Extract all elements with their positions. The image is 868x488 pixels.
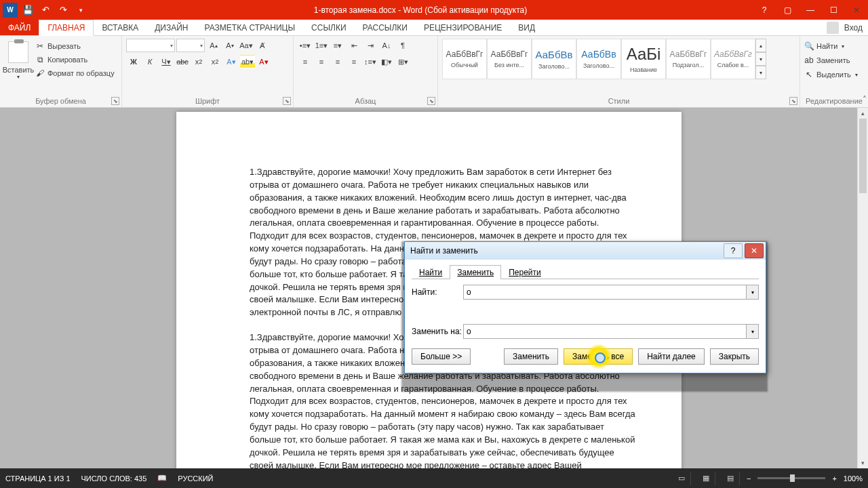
replace-input[interactable] [463, 324, 747, 339]
maximize-icon[interactable]: ☐ [822, 0, 845, 20]
tab-view[interactable]: ВИД [510, 20, 543, 35]
tab-design[interactable]: ДИЗАЙН [146, 20, 196, 35]
paste-button[interactable]: Вставить ▾ [4, 39, 33, 80]
paragraph-launcher-icon[interactable]: ⬊ [427, 97, 435, 105]
collapse-ribbon-icon[interactable]: ˄ [863, 95, 867, 104]
style-no-spacing[interactable]: АаБбВвГгБез инте... [487, 39, 532, 79]
find-next-button[interactable]: Найти далее [638, 348, 705, 365]
select-button[interactable]: ↖Выделить▾ [804, 68, 864, 81]
find-button[interactable]: 🔍Найти▾ [804, 40, 864, 52]
qat-customize-icon[interactable]: ▾ [73, 3, 88, 18]
style-normal[interactable]: АаБбВвГгОбычный [442, 39, 487, 79]
clear-formatting-button[interactable]: A̸ [255, 39, 270, 52]
replace-all-button[interactable]: Заменить все [564, 348, 633, 365]
dialog-tab-replace[interactable]: Заменить [450, 265, 501, 279]
change-case-button[interactable]: Aa▾ [239, 39, 254, 52]
format-painter-button[interactable]: 🖌Формат по образцу [35, 67, 115, 79]
ribbon-options-icon[interactable]: ▢ [776, 0, 799, 20]
scroll-thumb[interactable] [859, 119, 867, 193]
close-icon[interactable]: ✕ [845, 0, 868, 20]
multilevel-button[interactable]: ≡▾ [330, 39, 345, 52]
more-button[interactable]: Больше >> [412, 348, 471, 365]
borders-button[interactable]: ⊞▾ [395, 55, 410, 68]
tab-references[interactable]: ССЫЛКИ [303, 20, 354, 35]
login-link[interactable]: Вход [844, 23, 863, 33]
shrink-font-button[interactable]: A▾ [222, 39, 237, 52]
show-marks-button[interactable]: ¶ [395, 39, 410, 52]
replace-history-dropdown[interactable]: ▾ [747, 324, 759, 339]
find-history-dropdown[interactable]: ▾ [747, 285, 759, 300]
justify-button[interactable]: ≡ [347, 55, 361, 68]
superscript-button[interactable]: x2 [208, 55, 222, 68]
find-input[interactable] [463, 285, 747, 300]
dialog-tab-goto[interactable]: Перейти [501, 265, 549, 279]
status-page[interactable]: СТРАНИЦА 1 ИЗ 1 [5, 474, 71, 483]
save-icon[interactable]: 💾 [20, 3, 35, 18]
grow-font-button[interactable]: A▴ [206, 39, 221, 52]
font-name-combo[interactable]: ▾ [126, 39, 175, 52]
scroll-down-icon[interactable]: ▾ [858, 458, 868, 468]
tab-page-layout[interactable]: РАЗМЕТКА СТРАНИЦЫ [197, 20, 304, 35]
italic-button[interactable]: К [142, 55, 157, 68]
font-color-button[interactable]: A▾ [256, 55, 271, 68]
font-size-combo[interactable]: ▾ [176, 39, 205, 52]
tab-home[interactable]: ГЛАВНАЯ [39, 20, 94, 36]
print-layout-icon[interactable]: ▦ [698, 472, 715, 485]
align-right-button[interactable]: ≡ [330, 55, 345, 68]
zoom-in-button[interactable]: + [832, 474, 836, 483]
align-center-button[interactable]: ≡ [314, 55, 329, 68]
status-proofing-icon[interactable]: 📖 [157, 474, 167, 483]
styles-scroll-up[interactable]: ▴ [755, 39, 766, 52]
numbering-button[interactable]: 1≡▾ [314, 39, 329, 52]
styles-scroll-down[interactable]: ▾ [755, 52, 766, 66]
undo-icon[interactable]: ↶ [38, 3, 53, 18]
subscript-button[interactable]: x2 [191, 55, 206, 68]
tab-mailings[interactable]: РАССЫЛКИ [355, 20, 416, 35]
bold-button[interactable]: Ж [126, 55, 141, 68]
cut-button[interactable]: ✂Вырезать [35, 40, 115, 52]
redo-icon[interactable]: ↷ [56, 3, 71, 18]
style-subtle-emphasis[interactable]: АаБбВвГгСлабое в... [711, 39, 755, 79]
dialog-help-icon[interactable]: ? [724, 243, 743, 258]
status-language[interactable]: РУССКИЙ [178, 474, 213, 483]
help-icon[interactable]: ? [753, 0, 776, 20]
bullets-button[interactable]: •≡▾ [298, 39, 313, 52]
vertical-scrollbar[interactable]: ▴ ▾ [857, 108, 868, 468]
line-spacing-button[interactable]: ↕≡▾ [363, 55, 378, 68]
styles-expand[interactable]: ▾ [755, 66, 766, 79]
text-effects-button[interactable]: A▾ [224, 55, 239, 68]
increase-indent-button[interactable]: ⇥ [363, 39, 378, 52]
shading-button[interactable]: ◧▾ [379, 55, 394, 68]
underline-button[interactable]: Ч▾ [159, 55, 174, 68]
minimize-icon[interactable]: — [799, 0, 822, 20]
dialog-close-icon[interactable]: ✕ [745, 243, 764, 258]
status-words[interactable]: ЧИСЛО СЛОВ: 435 [81, 474, 147, 483]
sort-button[interactable]: A↓ [379, 39, 394, 52]
font-launcher-icon[interactable]: ⬊ [283, 97, 291, 105]
replace-button[interactable]: abЗаменить [804, 54, 864, 66]
copy-button[interactable]: ⧉Копировать [35, 54, 115, 66]
zoom-slider[interactable] [757, 477, 825, 479]
style-title[interactable]: АаБіНазвание [621, 39, 666, 79]
style-subtitle[interactable]: АаБбВвГгПодзагол... [666, 39, 711, 79]
read-mode-icon[interactable]: ▭ [673, 472, 691, 485]
web-layout-icon[interactable]: ▤ [722, 472, 740, 485]
tab-insert[interactable]: ВСТАВКА [94, 20, 146, 35]
style-heading2[interactable]: АаБбВвЗаголово... [576, 39, 621, 79]
align-left-button[interactable]: ≡ [298, 55, 313, 68]
zoom-out-button[interactable]: − [747, 474, 751, 483]
strikethrough-button[interactable]: abc [175, 55, 190, 68]
style-heading1[interactable]: АаБбВвЗаголово... [532, 39, 576, 79]
styles-launcher-icon[interactable]: ⬊ [789, 97, 797, 105]
tab-review[interactable]: РЕЦЕНЗИРОВАНИЕ [416, 20, 510, 35]
dialog-title-bar[interactable]: Найти и заменить ? ✕ [405, 242, 766, 260]
zoom-level[interactable]: 100% [844, 474, 863, 483]
dialog-tab-find[interactable]: Найти [412, 265, 450, 279]
clipboard-launcher-icon[interactable]: ⬊ [111, 97, 119, 105]
decrease-indent-button[interactable]: ⇤ [347, 39, 361, 52]
tab-file[interactable]: ФАЙЛ [0, 20, 39, 35]
replace-one-button[interactable]: Заменить [504, 348, 558, 365]
scroll-up-icon[interactable]: ▴ [858, 108, 868, 119]
close-dialog-button[interactable]: Закрыть [710, 348, 759, 365]
highlight-button[interactable]: ab▾ [240, 55, 255, 68]
